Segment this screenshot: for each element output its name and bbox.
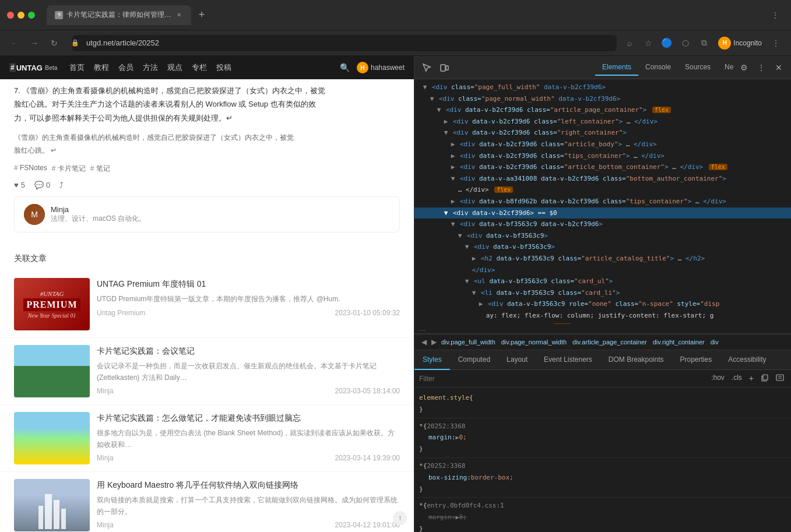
breadcrumb-div[interactable]: div — [708, 337, 721, 347]
breadcrumb-page-normal-width[interactable]: div.page_normal_width — [499, 337, 569, 347]
filter-copy-button[interactable] — [758, 372, 771, 385]
dom-line-5[interactable]: ▼ <div data-v-b2cf39d6 class="right_cont… — [414, 127, 791, 139]
tag-fsnotes[interactable]: FSNotes — [14, 164, 47, 174]
dom-line-13[interactable]: ▼ <div data-v-bf3563c9 data-v-b2cf39d6> — [414, 219, 791, 230]
nav-opinion[interactable]: 观点 — [167, 62, 182, 73]
nav-column[interactable]: 专栏 — [192, 62, 207, 73]
new-tab-button[interactable]: + — [194, 7, 210, 23]
filter-add-button[interactable]: + — [747, 372, 756, 385]
style-prop-boxsizing[interactable]: box-sizing — [419, 472, 467, 484]
browser-more-button[interactable]: ⋮ — [768, 35, 784, 51]
devtools-close-button[interactable]: ✕ — [771, 60, 786, 75]
breadcrumb-forward[interactable]: ▶ — [429, 337, 439, 347]
related-info-3: 卡片笔记实践篇：怎么做笔记，才能避免读书到眼过脑忘 很多地方自以为是，使用空白表… — [97, 412, 400, 464]
filter-toggle-button[interactable] — [774, 372, 786, 385]
style-tab-dom-breakpoints[interactable]: DOM Breakpoints — [600, 350, 672, 370]
nav-method[interactable]: 方法 — [143, 62, 158, 73]
dom-tree[interactable]: ▼ <div class="page_full_width" data-v-b2… — [414, 79, 791, 324]
tag-notes[interactable]: 笔记 — [90, 164, 110, 174]
like-action[interactable]: ♥ 5 — [14, 181, 25, 189]
flex-badge-1[interactable]: flex — [652, 107, 671, 113]
device-toolbar-button[interactable] — [437, 60, 452, 75]
extension-icon-1[interactable]: 🔵 — [659, 35, 675, 51]
breadcrumb-article-page-container[interactable]: div.article_page_container — [570, 337, 649, 347]
url-input[interactable] — [72, 35, 617, 51]
dom-line-2[interactable]: ▼ <div class="page_normal_width" data-v-… — [414, 93, 791, 105]
devtools-settings-button[interactable]: ⚙ — [736, 60, 751, 75]
dom-line-16[interactable]: ▶ <h2 data-v-bf3563c9 class="article_cat… — [414, 253, 791, 265]
extension-icon-2[interactable]: ⬡ — [677, 35, 694, 51]
style-tab-event-listeners[interactable]: Event Listeners — [536, 350, 600, 370]
tab-elements[interactable]: Elements — [595, 59, 638, 76]
filter-hov-button[interactable]: :hov — [709, 372, 727, 385]
user-area[interactable]: H hahasweet — [357, 62, 405, 73]
minimize-button[interactable] — [17, 12, 24, 19]
dom-line-15[interactable]: ▼ <div data-v-bf3563c9> — [414, 241, 791, 253]
related-item-3[interactable]: 卡片笔记实践篇：怎么做笔记，才能避免读书到眼过脑忘 很多地方自以为是，使用空白表… — [0, 405, 414, 472]
dom-line-18[interactable]: ▼ <ul data-v-bf3563c9 class="card_ul"> — [414, 276, 791, 287]
tab-close-button[interactable]: ✕ — [175, 11, 183, 19]
author-card[interactable]: M Minja 法理、设计、macOS 自动化。 — [14, 196, 400, 232]
breadcrumb-back[interactable]: ◀ — [419, 337, 429, 347]
dom-line-1[interactable]: ▼ <div class="page_full_width" data-v-b2… — [414, 82, 791, 93]
dom-line-6[interactable]: ▶ <div data-v-b2cf39d6 class="article_bo… — [414, 139, 791, 150]
breadcrumb-page-full-width[interactable]: div.page_full_width — [439, 337, 498, 347]
styles-content[interactable]: element.style { } * { 20252:3368 margin … — [414, 387, 791, 532]
style-tab-computed[interactable]: Computed — [450, 350, 498, 370]
profile-button[interactable]: H Incognito — [715, 35, 765, 51]
username-nav: hahasweet — [371, 64, 405, 72]
flex-badge-2[interactable]: flex — [709, 164, 727, 170]
tab-network[interactable]: Network — [718, 59, 734, 76]
style-prop-margin-1[interactable]: margin — [419, 432, 452, 443]
scroll-to-top[interactable]: ↑ — [393, 511, 407, 525]
bookmark-icon[interactable]: ☆ — [640, 35, 656, 51]
devtools-more-button[interactable]: ⋮ — [754, 60, 769, 75]
style-tab-styles[interactable]: Styles — [414, 350, 450, 370]
dom-line-10[interactable]: … </div> flex — [414, 184, 791, 196]
reload-button[interactable]: ↻ — [47, 36, 62, 51]
nav-tutorial[interactable]: 教程 — [94, 62, 109, 73]
dom-line-21[interactable]: ay: flex; flex-flow: column; justify-con… — [414, 310, 791, 322]
inspect-element-button[interactable] — [419, 60, 434, 75]
active-tab[interactable]: 卡 卡片笔记实践篇：律师如何管理… ✕ — [47, 5, 191, 25]
dom-line-selected[interactable]: ▼ <div data-v-b2cf39d6> == $0 — [414, 207, 791, 219]
filter-cls-button[interactable]: .cls — [729, 372, 744, 385]
dom-line-4[interactable]: ▶ <div data-v-b2cf39d6 class="left_conta… — [414, 116, 791, 128]
comment-action[interactable]: 💬 0 — [34, 181, 50, 189]
dom-line-11[interactable]: ▶ <div data-v-b8fd962b data-v-b2cf39d6 c… — [414, 196, 791, 207]
flex-badge-3[interactable]: flex — [494, 186, 513, 193]
style-tab-layout[interactable]: Layout — [498, 350, 536, 370]
back-button[interactable]: ← — [7, 36, 22, 51]
nav-member[interactable]: 会员 — [118, 62, 133, 73]
forward-button[interactable]: → — [27, 36, 42, 51]
share-action[interactable]: ⤴ — [59, 181, 64, 189]
site-logo[interactable]: # UNTAG Beta — [9, 63, 58, 72]
dom-line-7[interactable]: ▶ <div data-v-b2cf39d6 class="tips_conta… — [414, 150, 791, 162]
window-more[interactable]: ⋮ — [771, 10, 784, 20]
tab-console[interactable]: Console — [638, 59, 678, 76]
sidebar-icon[interactable]: ⧉ — [696, 35, 712, 51]
related-item-2[interactable]: 卡片笔记实践篇：会议笔记 会议记录不是一种负担，而是一次收获启发点、催生新观点的… — [0, 338, 414, 405]
site-search-icon[interactable]: 🔍 — [340, 63, 350, 72]
related-item-1[interactable]: #UNTAG PREMIUM New Year Special 01 UNTAG… — [0, 271, 414, 338]
breadcrumb-right-container[interactable]: div.right_container — [651, 337, 707, 347]
style-tab-properties[interactable]: Properties — [672, 350, 720, 370]
dom-line-3[interactable]: ▼ <div data-v-b2cf39d6 class="article_pa… — [414, 104, 791, 116]
style-prop-margin-st[interactable]: margin — [419, 512, 452, 523]
fullscreen-button[interactable] — [28, 12, 35, 19]
dom-line-9[interactable]: ▼ <div data-v-aa341008 data-v-b2cf39d6 c… — [414, 173, 791, 185]
dom-line-14[interactable]: ▼ <div data-v-bf3563c9> — [414, 230, 791, 242]
dom-line-8[interactable]: ▶ <div data-v-b2cf39d6 class="article_bo… — [414, 161, 791, 173]
style-tab-accessibility[interactable]: Accessibility — [720, 350, 774, 370]
search-icon[interactable]: ⌕ — [621, 35, 638, 51]
tag-cardnotes[interactable]: 卡片笔记 — [52, 164, 86, 174]
tab-sources[interactable]: Sources — [678, 59, 718, 76]
related-item-4[interactable]: 用 Keyboard Maestro 将几乎任何软件纳入双向链接网络 双向链接的… — [0, 472, 414, 532]
style-filter-input[interactable] — [419, 375, 705, 383]
dom-line-19[interactable]: ▼ <li data-v-bf3563c9 class="card_li"> — [414, 287, 791, 299]
close-button[interactable] — [7, 12, 14, 19]
nav-submit[interactable]: 投稿 — [216, 62, 231, 73]
dom-line-17[interactable]: </div> — [414, 265, 791, 276]
nav-home[interactable]: 首页 — [69, 62, 85, 73]
dom-line-20[interactable]: ▶ <div data-v-bf3563c9 role="none" class… — [414, 298, 791, 310]
